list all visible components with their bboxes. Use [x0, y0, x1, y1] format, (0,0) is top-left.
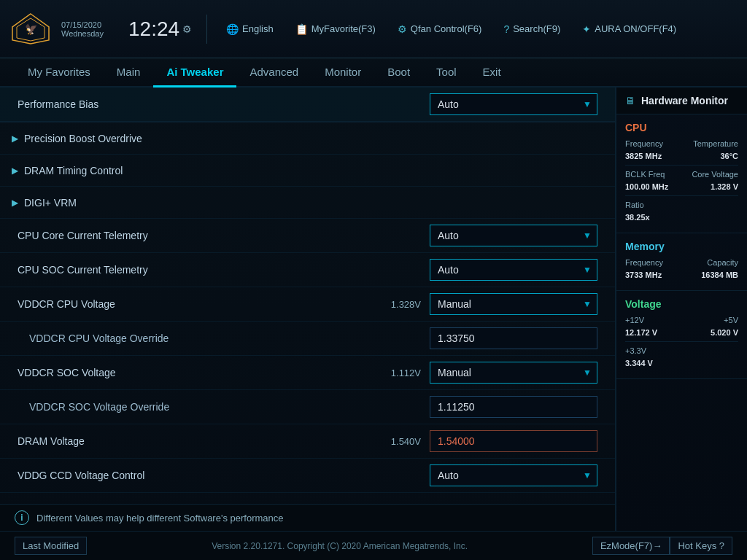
search-label: Search(F9)	[513, 23, 560, 34]
date: 07/15/2020	[61, 20, 101, 29]
hw-5v-value: 5.020 V	[711, 328, 738, 337]
group-precision-boost[interactable]: ▶ Precision Boost Overdrive	[0, 122, 615, 155]
hw-12v-label: +12V	[625, 316, 644, 324]
group-dram-timing[interactable]: ▶ DRAM Timing Control	[0, 155, 615, 187]
status-text: Different Values may help different Soft…	[36, 513, 284, 524]
aura-label: AURA ON/OFF(F4)	[595, 23, 676, 34]
group-label: Precision Boost Overdrive	[24, 133, 142, 144]
nav-my-favorites[interactable]: My Favorites	[15, 58, 104, 88]
setting-row-cpu-soc-telemetry: CPU SOC Current Telemetry Auto Disabled …	[0, 253, 615, 287]
hw-ratio-row: Ratio	[625, 201, 738, 209]
hw-monitor-title: Hardware Monitor	[641, 95, 728, 106]
vddcr-cpu-override-input[interactable]	[430, 327, 597, 349]
myfavorite-label: MyFavorite(F3)	[311, 23, 376, 34]
hw-mem-cap-value: 16384 MB	[701, 271, 738, 279]
cpu-core-telemetry-dropdown[interactable]: Auto Disabled Enabled	[430, 225, 597, 246]
hw-bclk-label: BCLK Freq	[625, 170, 665, 179]
hw-voltage-section: Voltage +12V +5V 12.172 V 5.020 V +3.3V …	[616, 291, 747, 379]
hw-cpu-freq-row: Frequency Temperature	[625, 139, 738, 148]
hw-ratio-label: Ratio	[625, 201, 644, 209]
setting-label: CPU SOC Current Telemetry	[18, 264, 430, 276]
setting-label: VDDCR CPU Voltage Override	[18, 332, 430, 344]
vddcr-soc-dropdown[interactable]: Auto Manual Offset	[430, 362, 597, 384]
nav-exit[interactable]: Exit	[470, 58, 514, 88]
hw-33v-val-row: 3.344 V	[625, 359, 738, 368]
nav-tool[interactable]: Tool	[423, 58, 470, 88]
expand-icon: ▶	[12, 166, 18, 176]
setting-row-vddcr-soc: VDDCR SOC Voltage 1.112V Auto Manual Off…	[0, 356, 615, 390]
setting-row-vddcr-cpu-override: VDDCR CPU Voltage Override	[0, 322, 615, 356]
hot-keys-btn[interactable]: Hot Keys ?	[670, 537, 732, 555]
info-icon: i	[15, 510, 29, 525]
nav-main[interactable]: Main	[104, 58, 154, 88]
hw-corevolt-value: 1.328 V	[711, 182, 738, 191]
last-modified-btn[interactable]: Last Modified	[15, 537, 87, 555]
bookmark-icon: 📋	[295, 23, 308, 35]
group-label: DRAM Timing Control	[24, 165, 123, 176]
cpu-soc-telemetry-dropdown[interactable]: Auto Disabled Enabled	[430, 259, 597, 281]
setting-row-dram-voltage: DRAM Voltage 1.540V	[0, 424, 615, 459]
hw-freq-value: 3825 MHz	[625, 152, 662, 160]
status-bar: i Different Values may help different So…	[0, 504, 615, 531]
nav-boot[interactable]: Boot	[374, 58, 423, 88]
hw-33v-row: +3.3V	[625, 346, 738, 355]
setting-label: VDDCR SOC Voltage	[18, 367, 391, 378]
group-label: DIGI+ VRM	[24, 197, 77, 209]
hw-mem-freq-val-row: 3733 MHz 16384 MB	[625, 271, 738, 279]
current-value: 1.112V	[391, 368, 421, 378]
setting-label: DRAM Voltage	[18, 435, 391, 447]
datetime: 07/15/2020 Wednesday	[61, 20, 120, 38]
hw-cpu-section: CPU Frequency Temperature 3825 MHz 36°C …	[616, 114, 747, 233]
vddcr-soc-control: Auto Manual Offset ▼	[430, 362, 597, 384]
nav-ai-tweaker[interactable]: Ai Tweaker	[153, 58, 236, 88]
vddcr-soc-override-input[interactable]	[430, 396, 597, 418]
vddcr-cpu-control: Auto Manual Offset ▼	[430, 293, 597, 315]
time-display: 12:24	[128, 18, 179, 41]
search-btn[interactable]: ? Search(F9)	[499, 20, 565, 38]
hw-freq-label: Frequency	[625, 139, 663, 148]
aura-btn[interactable]: ✦ AURA ON/OFF(F4)	[578, 20, 681, 38]
hw-cpu-title: CPU	[625, 122, 738, 133]
setting-row-vddg-ccd: VDDG CCD Voltage Control Auto Manual ▼	[0, 459, 615, 493]
hw-cpu-freq-val-row: 3825 MHz 36°C	[625, 152, 738, 160]
hw-mem-cap-label: Capacity	[707, 258, 738, 267]
current-value: 1.328V	[391, 299, 421, 310]
qfan-btn[interactable]: ⚙ Qfan Control(F6)	[393, 20, 487, 38]
logo: 🦅	[9, 11, 53, 47]
hw-voltage-title: Voltage	[625, 298, 738, 310]
expand-icon: ▶	[12, 198, 18, 208]
settings-icon[interactable]: ⚙	[182, 23, 192, 35]
perf-bias-dropdown[interactable]: Auto	[430, 93, 597, 115]
cpu-core-telemetry-control: Auto Disabled Enabled ▼	[430, 225, 597, 246]
hw-ratio-val-row: 38.25x	[625, 213, 738, 222]
settings-panel: Performance Bias Auto ▼ ▶ Precision Boos…	[0, 88, 616, 531]
hw-bclk-row: BCLK Freq Core Voltage	[625, 170, 738, 179]
day: Wednesday	[61, 29, 104, 38]
fan-icon: ⚙	[398, 23, 407, 35]
ez-mode-btn[interactable]: EzMode(F7)→	[592, 537, 670, 555]
hw-temp-value: 36°C	[720, 152, 738, 160]
qfan-label: Qfan Control(F6)	[411, 23, 482, 34]
nav-advanced[interactable]: Advanced	[236, 58, 311, 88]
version-text: Version 2.20.1271. Copyright (C) 2020 Am…	[87, 541, 592, 551]
clock: 12:24 ⚙	[128, 18, 192, 41]
hw-corevolt-label: Core Voltage	[692, 170, 738, 179]
setting-label: VDDCR SOC Voltage Override	[18, 401, 430, 413]
monitor-icon: 🖥	[625, 95, 635, 106]
group-digi-vrm[interactable]: ▶ DIGI+ VRM	[0, 187, 615, 219]
hw-bclk-value: 100.00 MHz	[625, 182, 668, 191]
dram-voltage-input[interactable]	[430, 430, 597, 452]
setting-row-cpu-core-telemetry: CPU Core Current Telemetry Auto Disabled…	[0, 219, 615, 253]
vddcr-cpu-dropdown[interactable]: Auto Manual Offset	[430, 293, 597, 315]
hardware-monitor-panel: 🖥 Hardware Monitor CPU Frequency Tempera…	[616, 88, 747, 531]
hw-12v-value: 12.172 V	[625, 328, 657, 337]
myfavorite-btn[interactable]: 📋 MyFavorite(F3)	[291, 20, 380, 38]
settings-list: Performance Bias Auto ▼ ▶ Precision Boos…	[0, 88, 615, 504]
english-btn[interactable]: 🌐 English	[222, 20, 278, 38]
vddg-ccd-dropdown[interactable]: Auto Manual	[430, 464, 597, 486]
header: 🦅 07/15/2020 Wednesday 12:24 ⚙ 🌐 English…	[0, 0, 747, 58]
expand-icon: ▶	[12, 133, 18, 144]
setting-label: VDDCR CPU Voltage	[18, 298, 391, 310]
setting-label: CPU Core Current Telemetry	[18, 230, 430, 241]
nav-monitor[interactable]: Monitor	[311, 58, 374, 88]
